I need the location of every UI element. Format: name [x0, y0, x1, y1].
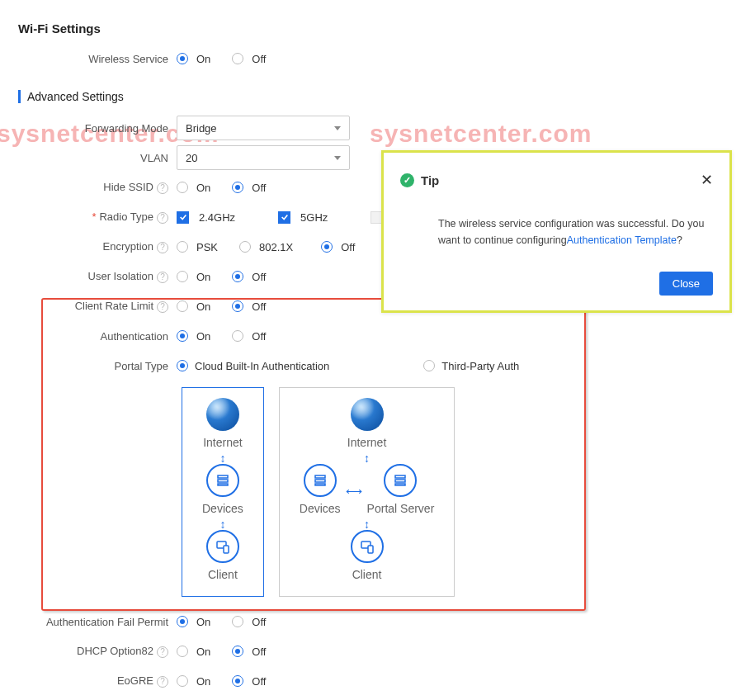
svg-rect-5: [315, 475, 325, 478]
globe-icon: [351, 398, 384, 431]
radio-enc-psk[interactable]: [177, 241, 188, 253]
svg-rect-6: [315, 480, 325, 482]
radio-enc-dot1x[interactable]: [239, 241, 251, 253]
server-icon: [304, 464, 337, 497]
page-title: Wi-Fi Settings: [0, 0, 741, 35]
arrow-icon: ⟷: [346, 485, 362, 498]
label-encryption: Encryption?: [0, 240, 177, 253]
svg-rect-1: [218, 480, 228, 482]
server-icon: [384, 464, 417, 497]
select-vlan[interactable]: 20: [177, 145, 350, 170]
select-forwarding-mode[interactable]: Bridge: [177, 116, 350, 140]
label-forwarding-mode: Forwarding Mode: [0, 122, 177, 135]
modal-title: Tip: [421, 173, 439, 187]
radio-iso-on[interactable]: [177, 271, 188, 282]
label-wireless-service: Wireless Service: [0, 53, 177, 65]
client-icon: [206, 530, 239, 563]
help-icon[interactable]: ?: [157, 676, 168, 688]
chk-5ghz[interactable]: [278, 211, 290, 224]
label-portal-type: Portal Type: [0, 360, 177, 372]
section-advanced-settings: Advanced Settings: [0, 73, 741, 113]
radio-dhcp-off[interactable]: [232, 646, 243, 657]
svg-rect-8: [395, 475, 405, 478]
radio-wireless-on[interactable]: [177, 53, 188, 64]
radio-eogre-on[interactable]: [177, 675, 188, 687]
radio-auth-on[interactable]: [177, 330, 188, 342]
svg-rect-0: [218, 475, 228, 478]
radio-iso-off[interactable]: [232, 271, 243, 282]
label-authentication: Authentication: [0, 330, 177, 343]
svg-rect-2: [218, 484, 228, 485]
arrow-icon: ↕: [364, 454, 370, 462]
label-hide-ssid: Hide SSID?: [0, 181, 177, 194]
help-icon[interactable]: ?: [157, 646, 168, 658]
label-radio-type: Radio Type?: [0, 210, 177, 224]
label-user-isolation: User Isolation?: [0, 270, 177, 283]
radio-afp-off[interactable]: [232, 616, 243, 627]
radio-afp-on[interactable]: [177, 616, 188, 627]
help-icon[interactable]: ?: [157, 242, 168, 253]
radio-hidessid-off[interactable]: [232, 182, 243, 193]
radio-dhcp-on[interactable]: [177, 646, 188, 657]
radio-crl-off[interactable]: [232, 300, 243, 312]
globe-icon: [206, 398, 239, 431]
label-auth-fail-permit: Authentication Fail Permit: [0, 616, 177, 628]
chk-24ghz[interactable]: [177, 211, 189, 224]
portal-diagram-thirdparty[interactable]: Internet ↕ Devices ⟷ Portal Server ↕ Cli…: [279, 387, 455, 597]
label-client-rate-limit: Client Rate Limit?: [0, 300, 177, 313]
help-icon[interactable]: ?: [157, 212, 168, 224]
svg-rect-9: [395, 480, 405, 482]
auth-template-link[interactable]: Authentication Template: [567, 234, 677, 246]
tip-modal: ✓ Tip ✕ The wireless service configurati…: [381, 150, 732, 313]
radio-crl-on[interactable]: [177, 300, 188, 312]
radio-hidessid-on[interactable]: [177, 182, 188, 193]
label-eogre: EoGRE?: [0, 674, 177, 688]
label-vlan: VLAN: [0, 152, 177, 164]
radio-auth-off[interactable]: [232, 330, 243, 342]
radio-eogre-off[interactable]: [232, 675, 243, 687]
arrow-icon: ↕: [219, 454, 225, 462]
svg-rect-4: [224, 546, 229, 553]
server-icon: [206, 464, 239, 497]
modal-message: The wireless service configuration was s…: [400, 215, 713, 248]
portal-diagram-cloud[interactable]: Internet ↕ Devices ↕ Client: [182, 387, 264, 597]
svg-rect-7: [315, 484, 325, 485]
radio-wireless-off[interactable]: [232, 53, 243, 64]
help-icon[interactable]: ?: [157, 272, 168, 283]
arrow-icon: ↕: [219, 520, 225, 528]
close-icon[interactable]: ✕: [701, 171, 713, 189]
radio-portal-thirdparty[interactable]: [423, 360, 435, 371]
label-dhcp-option82: DHCP Option82?: [0, 645, 177, 658]
help-icon[interactable]: ?: [157, 301, 168, 313]
svg-rect-12: [368, 546, 373, 553]
check-icon: ✓: [400, 173, 414, 187]
close-button[interactable]: Close: [659, 272, 713, 296]
client-icon: [351, 530, 384, 563]
help-icon[interactable]: ?: [157, 182, 168, 194]
radio-enc-off[interactable]: [321, 241, 333, 253]
svg-rect-10: [395, 484, 405, 485]
radio-portal-cloud[interactable]: [177, 360, 188, 371]
arrow-icon: ↕: [364, 520, 370, 528]
